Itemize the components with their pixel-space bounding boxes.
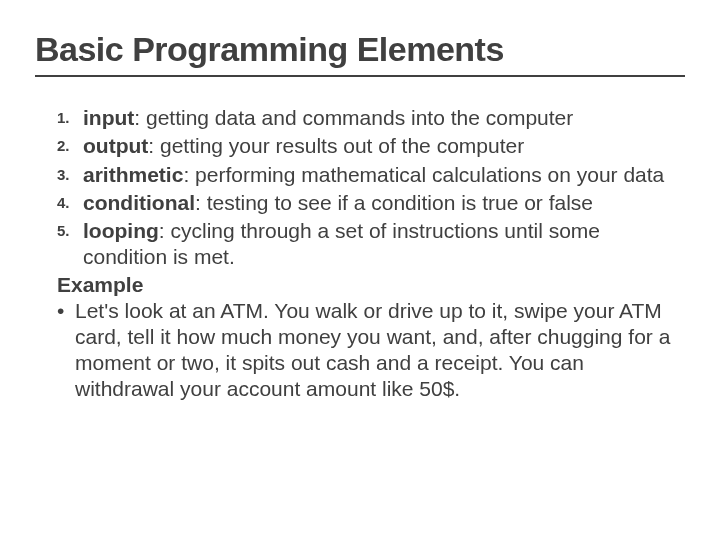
bullet-icon: • (57, 298, 75, 324)
example-bullet: • Let's look at an ATM. You walk or driv… (57, 298, 685, 403)
example-label: Example (57, 273, 685, 297)
list-item: 3. arithmetic: performing mathematical c… (57, 162, 685, 188)
item-number: 4. (57, 190, 83, 213)
list-item: 2. output: getting your results out of t… (57, 133, 685, 159)
item-text: conditional: testing to see if a conditi… (83, 190, 685, 216)
item-text: output: getting your results out of the … (83, 133, 685, 159)
item-text: looping: cycling through a set of instru… (83, 218, 685, 271)
item-number: 3. (57, 162, 83, 185)
item-text: input: getting data and commands into th… (83, 105, 685, 131)
item-number: 2. (57, 133, 83, 156)
item-text: arithmetic: performing mathematical calc… (83, 162, 685, 188)
content-area: 1. input: getting data and commands into… (35, 105, 685, 403)
page-title: Basic Programming Elements (35, 30, 685, 77)
list-item: 5. looping: cycling through a set of ins… (57, 218, 685, 271)
list-item: 1. input: getting data and commands into… (57, 105, 685, 131)
slide: Basic Programming Elements 1. input: get… (0, 0, 720, 540)
item-number: 1. (57, 105, 83, 128)
item-number: 5. (57, 218, 83, 241)
example-text: Let's look at an ATM. You walk or drive … (75, 298, 685, 403)
list-item: 4. conditional: testing to see if a cond… (57, 190, 685, 216)
